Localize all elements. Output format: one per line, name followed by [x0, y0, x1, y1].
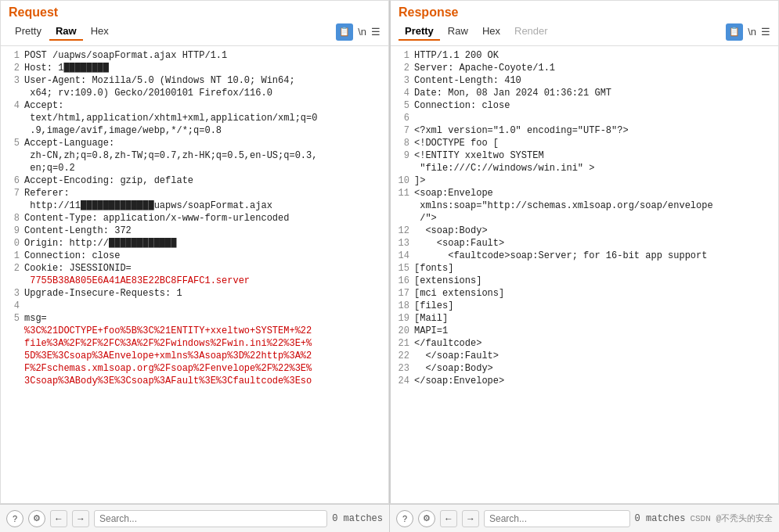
table-row: 2Server: Apache-Coyote/1.1 [391, 62, 778, 74]
line-content: Content-Length: 372 [24, 225, 385, 237]
table-row: 18[files] [391, 300, 778, 312]
request-help-btn[interactable]: ? [6, 510, 23, 527]
table-row: 7<?xml version="1.0" encoding="UTF-8"?> [391, 124, 778, 137]
line-content: file%3A%2F%2F%2FC%3A%2F%2Fwindows%2Fwin.… [24, 337, 385, 350]
line-number: 3 [4, 74, 20, 87]
response-title: Response [399, 5, 770, 20]
response-tab-row: Pretty Raw Hex Render 📋 \n ☰ [399, 23, 770, 41]
tab-raw-response[interactable]: Raw [442, 23, 474, 41]
response-match-count: 0 matches [635, 513, 686, 524]
line-number: 4 [394, 87, 409, 99]
line-number: 12 [394, 225, 409, 237]
tab-render-response[interactable]: Render [508, 23, 554, 41]
response-forward-btn[interactable]: → [462, 510, 479, 527]
table-row: 3Content-Length: 410 [391, 74, 778, 87]
request-settings-btn[interactable]: ⚙ [28, 510, 45, 527]
table-row: 3Upgrade-Insecure-Requests: 1 [1, 287, 388, 300]
response-copy-btn[interactable]: 📋 [726, 23, 743, 41]
line-number: 8 [394, 137, 409, 149]
line-number: 1 [4, 250, 20, 262]
response-wrap-icon[interactable]: \n [748, 26, 756, 38]
line-content: http://11█████████████uapws/soapFormat.a… [24, 200, 385, 212]
table-row: 3User-Agent: Mozilla/5.0 (Windows NT 10.… [1, 74, 388, 87]
tab-hex-response[interactable]: Hex [476, 23, 507, 41]
line-content: msg= [24, 312, 385, 325]
table-row: 17[mci extensions] [391, 287, 778, 300]
tab-hex-request[interactable]: Hex [85, 23, 115, 41]
line-content: <soap:Fault> [414, 237, 775, 250]
response-menu-icon[interactable]: ☰ [761, 26, 770, 38]
response-content: 1HTTP/1.1 200 OK2Server: Apache-Coyote/1… [391, 46, 778, 503]
table-row: 1Connection: close [1, 250, 388, 262]
line-content: Host: 1████████ [24, 62, 385, 74]
response-search-input[interactable] [484, 510, 630, 527]
line-content: /"> [414, 212, 775, 225]
request-menu-icon[interactable]: ☰ [371, 26, 380, 38]
line-number: 16 [394, 275, 409, 287]
request-search-input[interactable] [94, 510, 327, 527]
line-content: </faultcode> [414, 337, 775, 350]
line-number: 3 [4, 287, 20, 300]
request-content: 1POST /uapws/soapFormat.ajax HTTP/1.12Ho… [1, 46, 388, 503]
line-content: </soap:Fault> [414, 350, 775, 362]
line-content: zh-CN,zh;q=0.8,zh-TW;q=0.7,zh-HK;q=0.5,e… [24, 149, 385, 162]
line-content: Accept: [24, 99, 385, 112]
table-row: en;q=0.2 [1, 162, 388, 174]
line-content: xmlns:soap="http://schemas.xmlsoap.org/s… [414, 200, 775, 212]
response-help-btn[interactable]: ? [396, 510, 413, 527]
line-content: <!ENTITY xxeltwo SYSTEM [414, 149, 775, 162]
tab-pretty-request[interactable]: Pretty [9, 23, 48, 41]
request-wrap-icon[interactable]: \n [358, 26, 366, 38]
tab-pretty-response[interactable]: Pretty [399, 23, 440, 41]
line-content: [extensions] [414, 275, 775, 287]
request-back-btn[interactable]: ← [50, 510, 67, 527]
line-number: 6 [394, 112, 409, 124]
response-bottom: ? ⚙ ← → 0 matches CSDN @不秃头的安全 [390, 505, 779, 532]
line-content: <!DOCTYPE foo [ [414, 137, 775, 149]
line-number: 14 [394, 250, 409, 262]
line-content: Server: Apache-Coyote/1.1 [414, 62, 775, 74]
response-header: Response Pretty Raw Hex Render 📋 \n ☰ [391, 1, 778, 46]
request-tab-row: Pretty Raw Hex 📋 \n ☰ [9, 23, 380, 41]
table-row: 5msg= [1, 312, 388, 325]
line-content: MAPI=1 [414, 325, 775, 337]
table-row: 15[fonts] [391, 262, 778, 275]
line-number: 22 [394, 350, 409, 362]
line-number: 20 [394, 325, 409, 337]
line-content: [Mail] [414, 312, 775, 325]
line-number: 5 [394, 99, 409, 112]
line-number: 17 [394, 287, 409, 300]
line-content: <?xml version="1.0" encoding="UTF-8"?> [414, 124, 775, 137]
line-number: 6 [4, 174, 20, 187]
request-copy-btn[interactable]: 📋 [336, 23, 353, 41]
table-row: text/html,application/xhtml+xml,applicat… [1, 112, 388, 124]
line-content: <faultcode>soap:Server; for 16-bit app s… [414, 250, 775, 262]
table-row: 2Host: 1████████ [1, 62, 388, 74]
table-row: .9,image/avif,image/webp,*/*;q=0.8 [1, 124, 388, 137]
table-row: 3Csoap%3ABody%3E%3Csoap%3AFault%3E%3Cfau… [1, 375, 388, 387]
line-number: 5 [4, 312, 20, 325]
line-content: Upgrade-Insecure-Requests: 1 [24, 287, 385, 300]
tab-raw-request[interactable]: Raw [49, 23, 83, 41]
table-row: 10]> [391, 174, 778, 187]
line-content: [fonts] [414, 262, 775, 275]
table-row: 16[extensions] [391, 275, 778, 287]
response-back-btn[interactable]: ← [440, 510, 457, 527]
line-content: </soap:Body> [414, 362, 775, 375]
line-content: Connection: close [24, 250, 385, 262]
line-content: Content-Length: 410 [414, 74, 775, 87]
request-title: Request [9, 5, 380, 20]
line-number: 2 [394, 62, 409, 74]
table-row: 5Connection: close [391, 99, 778, 112]
line-content: F%2Fschemas.xmlsoap.org%2Fsoap%2Fenvelop… [24, 362, 385, 375]
line-number: 13 [394, 237, 409, 250]
table-row: 12 <soap:Body> [391, 225, 778, 237]
request-forward-btn[interactable]: → [72, 510, 89, 527]
table-row: 6 [391, 112, 778, 124]
line-content: Cookie: JSESSIONID= [24, 262, 385, 275]
table-row: 1HTTP/1.1 200 OK [391, 49, 778, 62]
line-number: 4 [4, 300, 20, 312]
response-settings-btn[interactable]: ⚙ [418, 510, 435, 527]
table-row: 14 <faultcode>soap:Server; for 16-bit ap… [391, 250, 778, 262]
table-row: 7755B38A805E6A41AE83E22BC8FFAFC1.server [1, 275, 388, 287]
